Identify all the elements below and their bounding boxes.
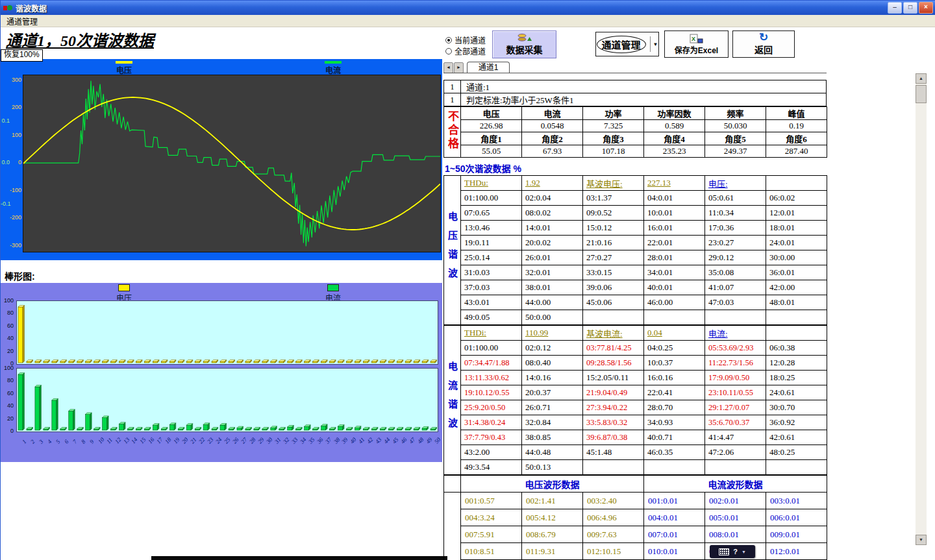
- menu-channel-management[interactable]: 通道管理: [1, 15, 44, 27]
- harmonic-cell: 35:0.08: [705, 265, 766, 280]
- scrollbar-down-button[interactable]: ▼: [916, 535, 927, 545]
- bar-x-label: 13: [122, 436, 131, 444]
- harmonic-group-label: 电压谐波: [445, 212, 459, 287]
- harmonic-cell: 17:9.09/0.50: [705, 371, 766, 385]
- save-excel-button[interactable]: X 保存为Excel: [664, 30, 729, 58]
- scrollbar-thumb[interactable]: [916, 85, 927, 103]
- measurement-header-cell: 频率: [705, 107, 766, 120]
- bar-x-label: 24: [214, 436, 223, 444]
- channel-manage-button[interactable]: 通道管理 ▼: [595, 32, 659, 56]
- measurement-header-cell: 角度3: [583, 132, 644, 145]
- bar-x-label: 1: [21, 439, 27, 445]
- harmonic-bar: [288, 361, 292, 363]
- bar-x-label: 26: [231, 436, 240, 444]
- tab-channel-1[interactable]: 通道1: [467, 62, 510, 73]
- harmonic-cell: [644, 310, 705, 325]
- harmonic-cell: 33:5.83/0.32: [583, 415, 644, 430]
- current-waveform-cell: 005:0.01: [705, 509, 766, 526]
- current-legend-label: 电流: [314, 64, 353, 75]
- close-button[interactable]: ×: [919, 2, 933, 14]
- harmonic-bar: [254, 429, 258, 430]
- harmonic-cell: 42:0.61: [766, 430, 827, 445]
- harmonic-cell: 12:0.01: [766, 206, 827, 221]
- harmonic-bar: [229, 429, 233, 430]
- vertical-scrollbar[interactable]: ▲ ▼: [916, 73, 927, 545]
- ime-toolbar[interactable]: ? ▼: [710, 545, 755, 558]
- harmonic-cell: 31:0.03: [461, 265, 522, 280]
- tab-scroll-left-button[interactable]: ◄: [443, 62, 453, 73]
- scrollbar-up-button[interactable]: ▲: [916, 73, 927, 84]
- voltage-waveform-cell: 010:8.51: [461, 543, 522, 560]
- harmonic-bar: [86, 361, 90, 363]
- harmonic-cell: [705, 310, 766, 325]
- excel-icon: X: [690, 34, 704, 44]
- maximize-button[interactable]: □: [903, 2, 917, 14]
- harmonic-bar: [338, 361, 342, 363]
- measurement-header-cell: 角度5: [705, 132, 766, 145]
- chevron-down-icon[interactable]: ▼: [653, 42, 658, 47]
- bar-x-label: 16: [147, 436, 155, 444]
- harmonic-cell: 11:22.73/1.56: [705, 356, 766, 371]
- keyboard-icon[interactable]: [719, 548, 729, 555]
- radio-all-channels-label: 全部通道: [455, 45, 486, 56]
- harmonic-bar: [388, 429, 393, 430]
- harmonic-bar-side: [90, 413, 92, 430]
- bar-x-label: 44: [382, 436, 391, 444]
- title-bar[interactable]: 谐波数据 – □ ×: [1, 1, 935, 15]
- tab-scroll-right-button[interactable]: ►: [454, 62, 464, 73]
- data-collect-button[interactable]: 数据采集: [492, 30, 556, 58]
- bar-y-tick: 80: [2, 377, 14, 383]
- harmonic-bar: [18, 307, 23, 363]
- harmonic-group-label-cell: 电压谐波: [444, 176, 461, 325]
- measurement-value-cell: 235.23: [644, 145, 705, 158]
- harmonic-cell: 14:0.01: [522, 221, 583, 236]
- bar-y-tick: 60: [2, 323, 14, 329]
- harmonic-bar: [346, 361, 351, 363]
- harmonic-bar: [422, 428, 427, 430]
- harmonic-cell: 05:53.69/2.93: [705, 341, 766, 356]
- voltage-waveform-cell: 002:1.41: [522, 493, 583, 509]
- voltage-bar-swatch: [118, 284, 130, 291]
- harmonic-cell: 10:0.37: [644, 356, 705, 371]
- bar-x-label: 7: [71, 439, 78, 445]
- harmonic-cell: 38:0.01: [522, 280, 583, 295]
- harmonic-bar: [346, 429, 351, 430]
- bar-x-label: 33: [290, 436, 299, 444]
- bar-x-label: 11: [105, 437, 114, 445]
- waveform-series: [23, 81, 440, 247]
- harmonic-bar: [220, 361, 225, 363]
- radio-all-channels[interactable]: 全部通道: [445, 45, 486, 56]
- bar-x-label: 6: [63, 439, 69, 445]
- bar-x-label: 4: [46, 439, 53, 445]
- harmonic-bar: [271, 361, 275, 363]
- bar-x-label: 41: [357, 436, 366, 444]
- page-title: 通道1，50次谐波数据: [6, 28, 154, 51]
- channel-number-cell: 通道:1: [461, 80, 827, 93]
- measurement-value-cell: 50.030: [705, 120, 766, 132]
- help-icon[interactable]: ?: [733, 548, 738, 555]
- harmonic-bar: [86, 414, 90, 430]
- restore-zoom-button[interactable]: 恢复100%: [1, 49, 43, 62]
- radio-current-channel[interactable]: 当前通道: [445, 34, 486, 45]
- harmonic-bar: [195, 361, 199, 363]
- bar-x-label: 30: [265, 436, 273, 444]
- harmonic-cell: 43:0.01: [461, 295, 522, 310]
- harmonic-bar: [414, 361, 418, 363]
- harmonic-cell: 07:34.47/1.88: [461, 356, 522, 371]
- bar-x-label: 2: [29, 439, 36, 445]
- current-waveform-cell: 002:0.01: [705, 493, 766, 509]
- harmonic-cell: 06:0.38: [766, 341, 827, 356]
- ime-dropdown-icon[interactable]: ▼: [742, 550, 746, 554]
- back-button[interactable]: ↻ 返回: [732, 30, 795, 58]
- harmonic-cell: 42:0.00: [766, 280, 827, 295]
- harmonic-bar: [313, 361, 318, 363]
- harmonic-cell: 18:0.01: [766, 221, 827, 236]
- harmonic-bar: [77, 361, 82, 363]
- radio-unselected-icon: [445, 48, 452, 55]
- harmonic-bar: [169, 424, 174, 430]
- measurement-value-cell: 249.37: [705, 145, 766, 158]
- harmonic-bar: [262, 361, 267, 363]
- minimize-button[interactable]: –: [888, 2, 902, 14]
- divider: [650, 36, 651, 52]
- bar-x-label: 35: [307, 436, 316, 444]
